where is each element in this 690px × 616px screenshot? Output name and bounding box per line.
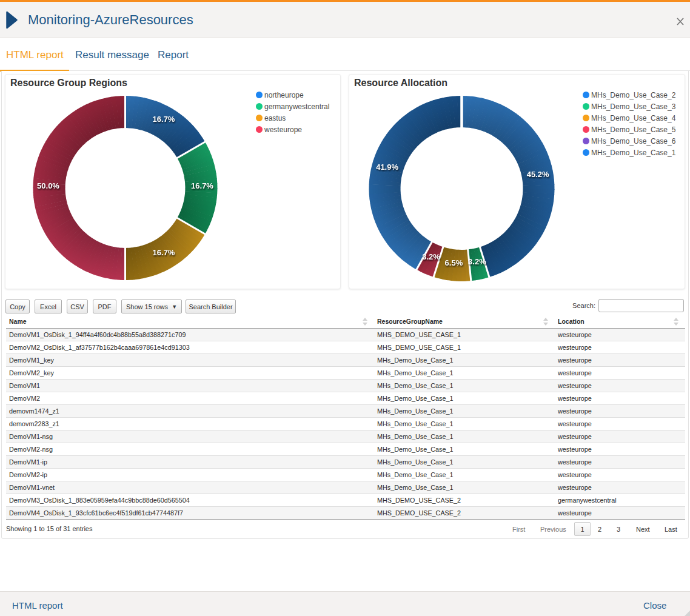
svg-text:16.7%: 16.7% [153,248,175,257]
svg-text:3.2%: 3.2% [468,257,486,266]
svg-text:50.0%: 50.0% [37,181,59,190]
svg-text:45.2%: 45.2% [527,170,549,179]
svg-text:16.7%: 16.7% [191,181,213,190]
svg-text:16.7%: 16.7% [153,115,175,124]
svg-text:3.2%: 3.2% [422,252,440,261]
svg-text:41.9%: 41.9% [376,162,398,172]
svg-text:6.5%: 6.5% [445,258,463,267]
